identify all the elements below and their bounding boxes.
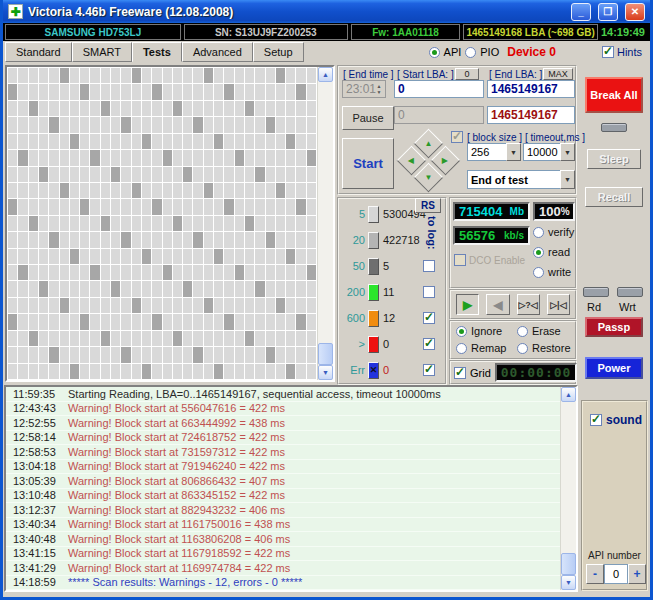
api-minus-button[interactable]: - <box>586 564 604 584</box>
drive-info-bar: SAMSUNG HD753LJ SN: S13UJ9FZ200253 Fw: 1… <box>3 23 650 41</box>
log-row[interactable]: 12:58:53Warning! Block start at 73159731… <box>6 445 560 460</box>
back-button[interactable]: ◀ <box>486 294 509 315</box>
display-box: 715404Mb 100% 56576kb/s DCO Enable verif… <box>449 197 577 289</box>
scan-cell <box>296 167 305 182</box>
verify-option[interactable]: verify <box>533 226 574 238</box>
log-row[interactable]: 14:18:59***** Scan results: Warnings - 1… <box>6 576 560 591</box>
scan-cell <box>296 364 305 379</box>
title-bar[interactable]: ✚ Victoria 4.46b Freeware (12.08.2008) _… <box>3 0 650 23</box>
maximize-button[interactable]: ❒ <box>598 3 618 21</box>
restore-radio[interactable] <box>517 343 528 354</box>
to-log-checkbox[interactable] <box>423 312 435 324</box>
pio-radio[interactable] <box>465 47 476 58</box>
passp-button[interactable]: Passp <box>585 317 643 337</box>
start-lba-input[interactable]: 0 <box>394 80 484 98</box>
start-button[interactable]: Start <box>342 138 394 189</box>
tab-advanced[interactable]: Advanced <box>182 42 253 62</box>
log-row[interactable]: 12:52:55Warning! Block start at 66344499… <box>6 416 560 431</box>
scroll-thumb[interactable] <box>318 343 333 365</box>
to-log-checkbox[interactable] <box>423 364 435 376</box>
end-time-label: [ End time ] <box>343 69 394 80</box>
hints-toggle[interactable]: Hints <box>602 46 642 58</box>
log-row[interactable]: 13:40:34Warning! Block start at 11617500… <box>6 518 560 533</box>
log-row[interactable]: 13:12:37Warning! Block start at 88294323… <box>6 503 560 518</box>
restore-option[interactable]: Restore <box>517 342 571 354</box>
timeout-select[interactable]: 10000▼ <box>523 143 575 161</box>
block-size-select[interactable]: 256▼ <box>467 143 521 161</box>
erase-option[interactable]: Erase <box>517 325 561 337</box>
log-row[interactable]: 13:41:29Warning! Block start at 11699747… <box>6 561 560 576</box>
write-led <box>617 287 643 297</box>
tab-standard[interactable]: Standard <box>5 42 72 62</box>
minimize-button[interactable]: _ <box>571 3 591 21</box>
api-radio[interactable] <box>429 47 440 58</box>
close-button[interactable]: ✕ <box>625 3 645 21</box>
rs-button[interactable]: RS <box>415 198 441 213</box>
end-lba-input[interactable]: 1465149167 <box>487 80 575 98</box>
scroll-thumb[interactable] <box>561 553 576 575</box>
power-button[interactable]: Power <box>585 357 643 379</box>
write-radio[interactable] <box>533 267 544 278</box>
scan-cell <box>29 265 38 280</box>
end-action-select[interactable]: End of test▼ <box>467 170 575 189</box>
play-button[interactable]: ▶ <box>456 294 479 315</box>
scan-scrollbar[interactable]: ▲ ▼ <box>317 67 333 380</box>
log-row[interactable]: 12:58:14Warning! Block start at 72461875… <box>6 431 560 446</box>
sound-checkbox[interactable] <box>590 414 602 426</box>
indicator-count: 422718 <box>383 234 420 246</box>
scan-cell <box>132 265 141 280</box>
log-scrollbar[interactable]: ▲ ▼ <box>560 387 576 590</box>
scan-cell <box>121 265 130 280</box>
api-number-value[interactable]: 0 <box>604 564 628 584</box>
end-time-input[interactable]: 23:01 ▲▼ <box>342 80 386 98</box>
scroll-down-icon[interactable]: ▼ <box>561 575 576 590</box>
scan-cell <box>286 117 295 132</box>
tab-setup[interactable]: Setup <box>253 42 304 62</box>
max-button[interactable]: MAX <box>543 68 573 80</box>
log-row[interactable]: 11:59:35Starting Reading, LBA=0..1465149… <box>6 387 560 402</box>
log-row[interactable]: 13:04:18Warning! Block start at 79194624… <box>6 460 560 475</box>
hints-checkbox[interactable] <box>602 46 614 58</box>
scroll-up-icon[interactable]: ▲ <box>318 67 333 82</box>
scan-cell <box>245 364 254 379</box>
grid-checkbox[interactable] <box>454 367 466 379</box>
scan-cell <box>29 167 38 182</box>
log-row[interactable]: 13:05:39Warning! Block start at 80686643… <box>6 474 560 489</box>
remap-radio[interactable] <box>456 343 467 354</box>
scan-cell <box>193 84 202 99</box>
tab-tests[interactable]: Tests <box>132 42 182 62</box>
verify-radio[interactable] <box>533 227 544 238</box>
read-radio[interactable] <box>533 247 544 258</box>
scan-cell <box>18 232 27 247</box>
seek-end-button[interactable]: ▷|◁ <box>547 294 570 315</box>
erase-radio[interactable] <box>517 326 528 337</box>
scroll-up-icon[interactable]: ▲ <box>561 387 576 402</box>
pause-button[interactable]: Pause <box>342 106 394 130</box>
log-row[interactable]: 13:41:15Warning! Block start at 11679185… <box>6 547 560 562</box>
end-time-spinner[interactable]: ▲▼ <box>376 83 382 95</box>
break-all-button[interactable]: Break All <box>585 77 643 113</box>
zero-button[interactable]: 0 <box>455 68 479 80</box>
seek-test-button[interactable]: ▷?◁ <box>517 294 540 315</box>
to-log-checkbox[interactable] <box>423 286 435 298</box>
ignore-radio[interactable] <box>456 326 467 337</box>
log-row[interactable]: 13:40:48Warning! Block start at 11638062… <box>6 532 560 547</box>
remap-option[interactable]: Remap <box>456 342 506 354</box>
scan-cell <box>276 249 285 264</box>
sound-toggle[interactable]: sound <box>590 413 642 427</box>
sleep-button[interactable]: Sleep <box>587 149 641 169</box>
write-option[interactable]: write <box>533 266 571 278</box>
scan-cell <box>266 150 275 165</box>
tab-smart[interactable]: SMART <box>72 42 132 62</box>
log-row[interactable]: 12:43:43Warning! Block start at 55604761… <box>6 402 560 417</box>
scan-cell <box>152 150 161 165</box>
recall-button[interactable]: Recall <box>585 187 643 207</box>
ignore-option[interactable]: Ignore <box>456 325 502 337</box>
read-option[interactable]: read <box>533 246 570 258</box>
to-log-checkbox[interactable] <box>423 338 435 350</box>
scroll-down-icon[interactable]: ▼ <box>318 365 333 380</box>
api-plus-button[interactable]: + <box>628 564 646 584</box>
scan-cell <box>80 150 89 165</box>
scan-cell <box>8 167 17 182</box>
log-row[interactable]: 13:10:48Warning! Block start at 86334515… <box>6 489 560 504</box>
